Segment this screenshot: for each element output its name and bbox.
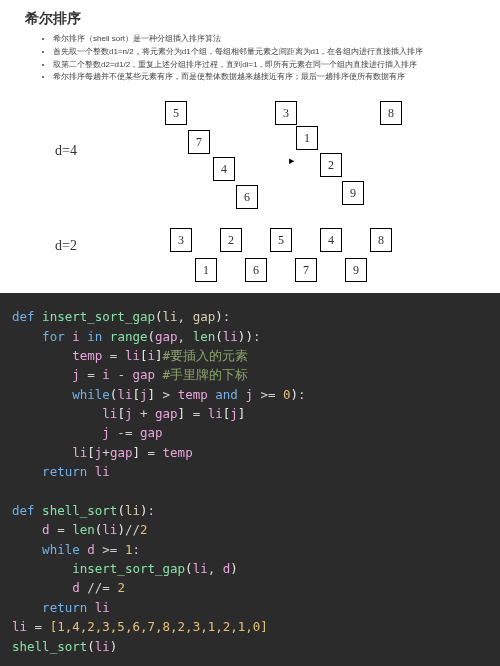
fn-call: insert_sort_gap bbox=[72, 561, 185, 576]
op: = bbox=[185, 406, 208, 421]
colon: : bbox=[148, 503, 156, 518]
diagram-d2: d=2 3 2 5 4 8 1 6 7 9 bbox=[0, 223, 500, 293]
var: temp bbox=[72, 348, 102, 363]
op: - bbox=[110, 367, 133, 382]
num-box: 5 bbox=[270, 228, 292, 252]
comma: , bbox=[208, 561, 223, 576]
num-box: 7 bbox=[188, 130, 210, 154]
var: i bbox=[148, 348, 156, 363]
op: = bbox=[27, 619, 50, 634]
paren: ) bbox=[245, 329, 253, 344]
var: gap bbox=[110, 445, 133, 460]
num-box: 6 bbox=[236, 185, 258, 209]
param: li bbox=[163, 309, 178, 324]
num-box: 5 bbox=[165, 101, 187, 125]
op: //= bbox=[80, 580, 118, 595]
op: = bbox=[140, 445, 163, 460]
var: gap bbox=[155, 406, 178, 421]
paren: ) bbox=[230, 561, 238, 576]
var: j bbox=[230, 406, 238, 421]
op: >= bbox=[95, 542, 125, 557]
var: gap bbox=[132, 367, 155, 382]
colon: : bbox=[253, 329, 261, 344]
paren: ) bbox=[110, 639, 118, 654]
bracket: ] bbox=[178, 406, 186, 421]
comment: #要插入的元素 bbox=[163, 348, 249, 363]
kw-and: and bbox=[208, 387, 246, 402]
paren: ( bbox=[155, 309, 163, 324]
var: i bbox=[102, 367, 110, 382]
num-box: 1 bbox=[195, 258, 217, 282]
paren: ) bbox=[140, 503, 148, 518]
bullet-item: 取第二个整数d2=d1/2，重复上述分组排序过程，直到di=1，即所有元素在同一… bbox=[53, 59, 480, 72]
param: gap bbox=[193, 309, 216, 324]
comment: #手里牌的下标 bbox=[155, 367, 248, 382]
bullet-item: 希尔排序（shell sort）是一种分组插入排序算法 bbox=[53, 33, 480, 46]
fn-range: range bbox=[110, 329, 148, 344]
num-box: 9 bbox=[342, 181, 364, 205]
var: li bbox=[95, 600, 110, 615]
bracket: ] bbox=[132, 445, 140, 460]
op: = bbox=[102, 348, 125, 363]
paren: ) bbox=[215, 309, 223, 324]
paren: ( bbox=[185, 561, 193, 576]
num-box: 2 bbox=[320, 153, 342, 177]
var: d bbox=[72, 580, 80, 595]
num-box: 7 bbox=[295, 258, 317, 282]
num: 0 bbox=[283, 387, 291, 402]
var: j bbox=[245, 387, 253, 402]
kw-while: while bbox=[42, 542, 80, 557]
var: gap bbox=[140, 425, 163, 440]
colon: : bbox=[298, 387, 306, 402]
kw-in: in bbox=[80, 329, 110, 344]
bullet-item: 希尔排序每趟并不使某些元素有序，而是使整体数据越来越接近有序；最后一趟排序使所有… bbox=[53, 71, 480, 84]
paren: ( bbox=[215, 329, 223, 344]
cursor-icon: ▸ bbox=[289, 154, 295, 167]
bullet-list: 希尔排序（shell sort）是一种分组插入排序算法 首先取一个整数d1=n/… bbox=[25, 33, 480, 84]
var: d bbox=[87, 542, 95, 557]
num-box: 9 bbox=[345, 258, 367, 282]
page-title: 希尔排序 bbox=[25, 10, 480, 28]
var: li bbox=[95, 639, 110, 654]
bracket: [ bbox=[87, 445, 95, 460]
list-literal: [1,4,2,3,5,6,7,8,2,3,1,2,1,0] bbox=[50, 619, 268, 634]
fn-name: shell_sort bbox=[42, 503, 117, 518]
var: li bbox=[125, 348, 140, 363]
d2-label: d=2 bbox=[55, 238, 77, 254]
param: li bbox=[125, 503, 140, 518]
var: li bbox=[72, 445, 87, 460]
op: + bbox=[132, 406, 155, 421]
fn-name: insert_sort_gap bbox=[42, 309, 155, 324]
num-box: 4 bbox=[320, 228, 342, 252]
num-box: 4 bbox=[213, 157, 235, 181]
d4-label: d=4 bbox=[55, 143, 77, 159]
var: j bbox=[102, 425, 110, 440]
bracket: [ bbox=[117, 406, 125, 421]
op: >= bbox=[253, 387, 283, 402]
num-box: 3 bbox=[170, 228, 192, 252]
var: li bbox=[102, 522, 117, 537]
op: // bbox=[125, 522, 140, 537]
num-box: 6 bbox=[245, 258, 267, 282]
bracket: ] bbox=[238, 406, 246, 421]
op: -= bbox=[110, 425, 140, 440]
op: = bbox=[80, 367, 103, 382]
var: li bbox=[102, 406, 117, 421]
bullet-item: 首先取一个整数d1=n/2，将元素分为d1个组，每组相邻量元素之间距离为d1，在… bbox=[53, 46, 480, 59]
bracket: ] bbox=[155, 348, 163, 363]
num-box: 1 bbox=[296, 126, 318, 150]
var: li bbox=[95, 464, 110, 479]
op: > bbox=[155, 387, 178, 402]
comma: , bbox=[178, 309, 193, 324]
num-box: 2 bbox=[220, 228, 242, 252]
colon: : bbox=[132, 542, 140, 557]
var: gap bbox=[155, 329, 178, 344]
num-box: 8 bbox=[380, 101, 402, 125]
kw-return: return bbox=[42, 464, 95, 479]
num-box: 8 bbox=[370, 228, 392, 252]
var: li bbox=[12, 619, 27, 634]
var: d bbox=[42, 522, 50, 537]
var: li bbox=[117, 387, 132, 402]
var: temp bbox=[163, 445, 193, 460]
paren: ( bbox=[148, 329, 156, 344]
